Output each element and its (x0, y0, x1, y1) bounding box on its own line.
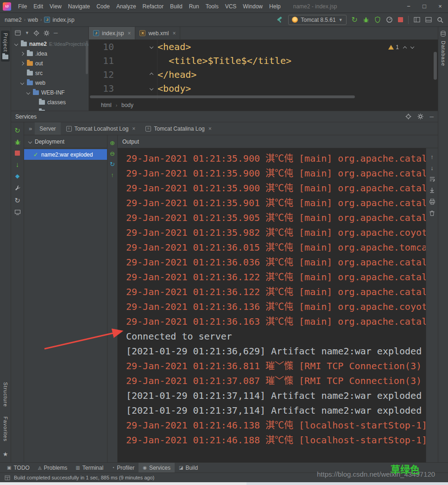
menu-help[interactable]: Help (266, 0, 284, 13)
editor-line[interactable]: 11 <title>$Title$</title> (89, 54, 438, 68)
favorites-star-icon[interactable]: ★ (3, 451, 8, 458)
layout-icon[interactable] (425, 17, 432, 23)
locate-file-icon[interactable] (33, 30, 39, 36)
soft-wrap-icon[interactable] (429, 176, 435, 182)
tool-windows-icon[interactable] (414, 17, 420, 23)
stop-server-icon[interactable] (15, 151, 20, 156)
breadcrumb-item-index-jsp[interactable]: index.jsp (52, 17, 74, 23)
redeploy-icon[interactable]: ↻ (110, 161, 115, 167)
tree-chevron-icon[interactable] (20, 52, 25, 55)
menu-file[interactable]: File (15, 0, 30, 13)
project-scrollbar[interactable] (86, 41, 88, 74)
next-warning-icon[interactable] (410, 44, 414, 48)
scroll-up-icon[interactable]: ↑ (430, 154, 434, 160)
services-settings-gear-icon[interactable] (417, 113, 423, 120)
toolwindow-button-terminal[interactable]: ▥Terminal (71, 463, 107, 472)
rerun-server-icon[interactable]: ↻ (14, 126, 21, 134)
menu-code[interactable]: Code (93, 0, 113, 13)
menu-view[interactable]: View (46, 0, 65, 13)
deployment-chevron-icon[interactable] (28, 139, 32, 143)
debug-server-icon[interactable] (14, 139, 21, 146)
rerun-button[interactable]: ↻ (352, 15, 358, 24)
deploy-add-icon[interactable]: ⊕ (110, 140, 115, 146)
coverage-button[interactable] (374, 16, 381, 23)
toolwindow-stripe-structure[interactable]: Structure (3, 382, 8, 407)
deployment-item[interactable]: ✓ name2:war exploded (24, 149, 107, 160)
menu-window[interactable]: Window (240, 0, 266, 13)
toolwindow-button-profiler[interactable]: ◔Profiler (107, 463, 139, 472)
close-tab-icon[interactable]: × (208, 126, 212, 132)
deploy-remove-icon[interactable]: ⊖ (110, 151, 115, 157)
breadcrumb-item-name2[interactable]: name2 (5, 17, 22, 23)
close-tab-icon[interactable]: × (172, 30, 176, 37)
stop-button[interactable] (398, 17, 403, 22)
tree-item--idea[interactable]: .idea (11, 49, 88, 58)
toolwindow-button-todo[interactable]: ▣TODO (3, 463, 34, 472)
editor-breadcrumb-html[interactable]: html (101, 102, 112, 108)
menu-edit[interactable]: Edit (30, 0, 46, 13)
tree-item-classes[interactable]: classes (11, 97, 88, 107)
wrench-icon[interactable] (14, 184, 21, 192)
tree-item-name2[interactable]: name2 E:\IdeaProjects\nam (11, 39, 88, 49)
menu-tools[interactable]: Tools (202, 0, 222, 13)
tree-item-out[interactable]: out (11, 58, 88, 68)
menu-vcs[interactable]: VCS (222, 0, 240, 13)
editor-breadcrumb-body[interactable]: body (121, 102, 133, 108)
maximize-button[interactable]: □ (416, 0, 432, 13)
clear-output-icon[interactable] (429, 210, 435, 216)
menu-build[interactable]: Build (167, 0, 186, 13)
editor-line[interactable]: 10<head> (89, 40, 438, 54)
tree-chevron-icon[interactable] (20, 82, 25, 84)
hide-services-icon[interactable]: ─ (429, 113, 434, 120)
debug-button[interactable] (363, 17, 369, 23)
tree-item[interactable] (11, 107, 88, 111)
services-tab-tomcat-localhost-log[interactable]: ≡Tomcat Localhost Log× (62, 122, 140, 135)
tab-overflow-icon[interactable]: » (27, 125, 34, 132)
fold-marker-icon[interactable] (114, 45, 158, 48)
toolwindow-stripe-favorites[interactable]: Favorites (3, 416, 8, 441)
menu-run[interactable]: Run (186, 0, 202, 13)
inspection-widget[interactable]: 1 (388, 44, 414, 50)
tree-chevron-icon[interactable] (14, 43, 19, 45)
menu-analyze[interactable]: Analyze (113, 0, 139, 13)
editor-vertical-scrollbar[interactable] (434, 52, 437, 80)
close-tab-icon[interactable]: × (127, 30, 131, 37)
breadcrumb-item-web[interactable]: web (28, 17, 38, 23)
editor-body[interactable]: 10<head>11 <title>$Title$</title>12</hea… (89, 40, 438, 100)
toolwindow-stripe-project[interactable]: Project (1, 31, 10, 62)
close-button[interactable]: × (432, 0, 448, 13)
hotswap-icon[interactable]: ◆ (14, 172, 21, 180)
deploy-icon[interactable]: ↓ (14, 160, 21, 168)
publish-icon[interactable]: ↑ (111, 172, 114, 178)
services-tab-server[interactable]: Server (35, 122, 60, 135)
build-hammer-icon[interactable] (276, 16, 283, 23)
services-tab-tomcat-catalina-log[interactable]: ≡Tomcat Catalina Log× (141, 122, 216, 135)
refresh-icon[interactable]: ↻ (14, 196, 21, 204)
dashboard-icon[interactable] (14, 208, 21, 216)
print-icon[interactable] (429, 199, 435, 205)
toolwindow-button-build[interactable]: ◪Build (175, 463, 202, 472)
project-settings-gear-icon[interactable] (44, 30, 50, 36)
fold-marker-icon[interactable] (114, 87, 158, 90)
close-tab-icon[interactable]: × (132, 126, 135, 132)
menu-refactor[interactable]: Refactor (139, 0, 167, 13)
hide-panel-icon[interactable]: ─ (54, 30, 58, 36)
layout-grid-icon[interactable] (5, 475, 10, 480)
editor-line[interactable]: 13<body> (89, 82, 438, 95)
previous-warning-icon[interactable] (403, 46, 407, 50)
tree-item-web[interactable]: web (11, 78, 88, 88)
toolwindow-button-services[interactable]: ◉Services (139, 463, 175, 472)
editor-line[interactable]: 12</head> (89, 68, 438, 82)
project-view-icon[interactable] (15, 30, 21, 36)
run-configuration-select[interactable]: Tomcat 8.5.61 ▼ (288, 15, 346, 25)
profiler-button[interactable] (386, 16, 393, 23)
search-everywhere-icon[interactable] (437, 17, 443, 23)
tree-chevron-icon[interactable] (20, 62, 25, 65)
toolwindow-button-problems[interactable]: ◬Problems (34, 463, 71, 472)
editor-tab-web-xml[interactable]: Xweb.xml× (135, 27, 180, 39)
fold-marker-icon[interactable] (114, 73, 158, 76)
editor-tab-index-jsp[interactable]: Jindex.jsp× (89, 27, 135, 39)
toolwindow-stripe-database[interactable]: Database (441, 41, 446, 66)
scroll-to-end-icon[interactable] (429, 187, 435, 194)
menu-navigate[interactable]: Navigate (65, 0, 93, 13)
